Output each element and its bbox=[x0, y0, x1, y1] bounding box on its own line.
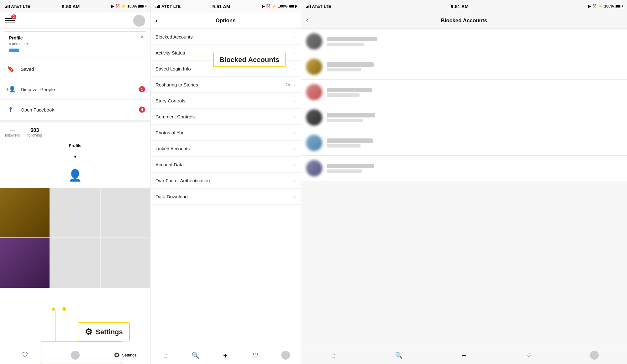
topbar-panel1: 2 bbox=[0, 13, 150, 29]
menu-item-discover[interactable]: +👤 Discover People 1 bbox=[0, 79, 150, 100]
option-story-controls[interactable]: Story Controls › bbox=[150, 93, 301, 109]
back-button-panel3[interactable]: ‹ bbox=[306, 17, 317, 25]
battery-icon bbox=[138, 5, 145, 8]
blocked-avatar-4 bbox=[306, 109, 322, 126]
notification-panel: × Profile s and more. bbox=[4, 31, 146, 56]
expand-toggle[interactable]: ▾ bbox=[0, 150, 150, 163]
facebook-icon: f bbox=[5, 104, 16, 115]
carrier-info: AT&T LTE bbox=[5, 4, 30, 9]
blocked-arrow-line-h bbox=[192, 56, 214, 56]
nav-profile-2[interactable] bbox=[271, 346, 301, 364]
nav-heart[interactable]: ♡ bbox=[0, 346, 50, 364]
notification-action-button[interactable] bbox=[9, 49, 19, 52]
chevron-icon-story: › bbox=[294, 98, 296, 103]
two-factor-label: Two-Factor Authentication bbox=[155, 178, 294, 183]
nav-add-3[interactable]: ＋ bbox=[431, 346, 497, 364]
nav-home-2[interactable]: ⌂ bbox=[150, 346, 181, 364]
option-blocked-accounts[interactable]: Blocked Accounts › bbox=[150, 29, 301, 45]
blocked-account-2[interactable] bbox=[301, 54, 627, 80]
settings-annotation-line bbox=[55, 310, 55, 341]
nav-add-2[interactable]: ＋ bbox=[211, 346, 241, 364]
option-account-data[interactable]: Account Data › bbox=[150, 157, 301, 173]
battery-label: 100% bbox=[127, 4, 137, 8]
status-bar-panel3: AT&T LTE 9:51 AM ▶ ⏰ ⚡ 100% bbox=[301, 0, 627, 13]
close-icon[interactable]: × bbox=[141, 34, 144, 40]
gallery-grid bbox=[0, 188, 150, 288]
gallery-item-5[interactable] bbox=[50, 238, 100, 288]
blocked-account-3[interactable] bbox=[301, 80, 627, 105]
battery-info: ▶ ⏰ ⚡ 100% bbox=[111, 4, 145, 8]
bookmark-icon: 🔖 bbox=[5, 63, 16, 75]
chevron-icon-saved-login: › bbox=[294, 66, 296, 71]
notification-subtitle: s and more. bbox=[9, 42, 141, 46]
nav-home-3[interactable]: ⌂ bbox=[301, 346, 366, 364]
gallery-item-6[interactable] bbox=[101, 238, 150, 288]
nav-search-3[interactable]: 🔍 bbox=[366, 346, 431, 364]
battery-label-3: 100% bbox=[604, 4, 614, 8]
blocked-sub-bar-4 bbox=[327, 119, 363, 122]
blocked-sub-bar-3 bbox=[327, 93, 360, 97]
option-two-factor[interactable]: Two-Factor Authentication › bbox=[150, 173, 301, 189]
facebook-label: Open Facebook bbox=[21, 107, 139, 112]
nav-heart-3[interactable]: ♡ bbox=[497, 346, 562, 364]
blocked-account-1[interactable] bbox=[301, 29, 627, 54]
following-count: 603 bbox=[27, 127, 42, 133]
blocked-account-6[interactable] bbox=[301, 156, 627, 181]
account-data-label: Account Data bbox=[155, 162, 294, 167]
options-title: Options bbox=[167, 18, 284, 24]
nav-header-panel2: ‹ Options bbox=[150, 13, 301, 29]
hamburger-line-2 bbox=[5, 20, 15, 21]
menu-item-facebook[interactable]: f Open Facebook 4 bbox=[0, 100, 150, 120]
gallery-item-4[interactable] bbox=[0, 238, 50, 288]
blocked-name-bar-3 bbox=[327, 88, 372, 92]
blocked-account-5[interactable] bbox=[301, 130, 627, 156]
back-button-panel2[interactable]: ‹ bbox=[155, 17, 167, 25]
bluetooth-icon-2: ⚡ bbox=[272, 4, 277, 8]
gallery-item-1[interactable] bbox=[0, 188, 50, 237]
signal-icon bbox=[5, 5, 10, 8]
blocked-sub-bar-5 bbox=[327, 144, 361, 148]
chevron-icon-data-download: › bbox=[294, 194, 296, 199]
option-linked-accounts[interactable]: Linked Accounts › bbox=[150, 141, 301, 157]
gallery-item-3[interactable] bbox=[101, 188, 150, 237]
option-photos-of-you[interactable]: Photos of You › bbox=[150, 125, 301, 141]
gallery-item-2[interactable] bbox=[50, 188, 100, 237]
chevron-icon-comment: › bbox=[294, 114, 296, 119]
blocked-account-info-3 bbox=[327, 88, 372, 97]
edit-profile-button[interactable]: Profile bbox=[5, 141, 145, 150]
menu-item-saved[interactable]: 🔖 Saved bbox=[0, 59, 150, 79]
avatar[interactable] bbox=[133, 15, 145, 27]
nav-profile-3[interactable] bbox=[562, 346, 627, 364]
nav-search-2[interactable]: 🔍 bbox=[181, 346, 211, 364]
battery-icon-3 bbox=[615, 5, 622, 8]
hamburger-button[interactable]: 2 bbox=[5, 16, 15, 26]
blocked-account-4[interactable] bbox=[301, 105, 627, 130]
blocked-name-bar-4 bbox=[327, 113, 375, 117]
photos-of-you-label: Photos of You bbox=[155, 130, 294, 135]
option-data-download[interactable]: Data Download › bbox=[150, 189, 301, 205]
person-icon: 👤 bbox=[68, 169, 82, 182]
blocked-accounts-label: Blocked Accounts bbox=[155, 34, 294, 39]
option-resharing[interactable]: Resharing to Stories On › bbox=[150, 77, 301, 93]
blocked-avatar-3 bbox=[306, 84, 322, 100]
settings-nav-label: Settings bbox=[122, 353, 137, 357]
settings-annotation-text: Settings bbox=[96, 328, 123, 336]
option-comment-controls[interactable]: Comment Controls › bbox=[150, 109, 301, 125]
nav-settings[interactable]: ⚙ Settings bbox=[100, 346, 150, 364]
notification-title: Profile bbox=[9, 35, 141, 40]
chevron-icon-linked: › bbox=[294, 146, 296, 151]
signal-icon-3 bbox=[306, 5, 311, 8]
time-label: 9:50 AM bbox=[62, 4, 80, 9]
nav-avatar[interactable] bbox=[50, 346, 100, 364]
resharing-value: On bbox=[286, 82, 292, 87]
following-label: following bbox=[27, 133, 42, 138]
blocked-account-info-4 bbox=[327, 113, 375, 122]
blocked-account-info-2 bbox=[327, 62, 374, 71]
carrier-label: AT&T bbox=[11, 4, 22, 9]
battery-info-2: ▶ ⏰ ⚡ 100% bbox=[262, 4, 296, 8]
nav-heart-2[interactable]: ♡ bbox=[240, 346, 271, 364]
discover-label: Discover People bbox=[21, 87, 139, 92]
battery-info-3: ▶ ⏰ ⚡ 100% bbox=[588, 4, 622, 8]
blocked-name-bar-5 bbox=[327, 138, 373, 143]
story-controls-label: Story Controls bbox=[155, 98, 294, 103]
